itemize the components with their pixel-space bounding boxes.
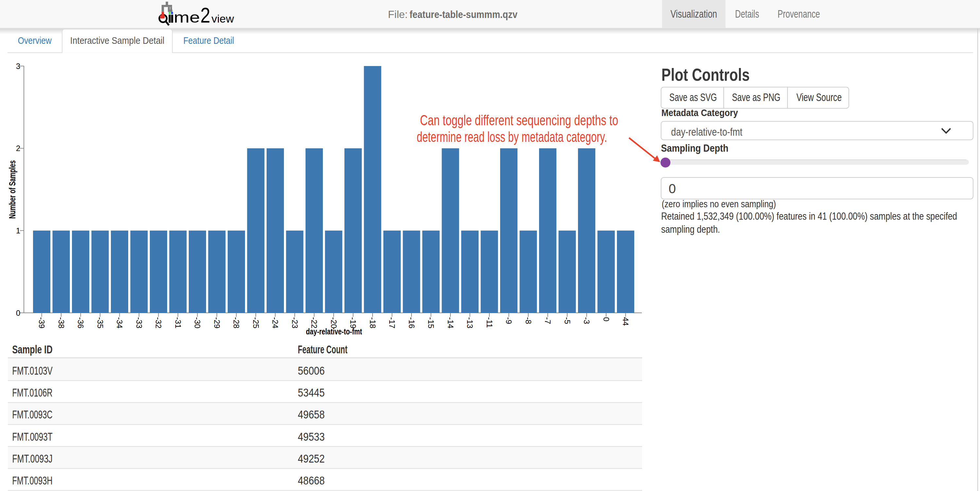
svg-text:-28: -28 (232, 317, 241, 329)
svg-text:FMT.0103V: FMT.0103V (12, 364, 52, 377)
svg-text:44: 44 (621, 317, 630, 326)
svg-text:feature-table-summm.qzv: feature-table-summm.qzv (409, 8, 517, 20)
svg-text:-9: -9 (504, 317, 513, 324)
svg-text:-7: -7 (543, 317, 552, 324)
svg-text:-18: -18 (368, 317, 377, 329)
svg-text:Sampling Depth: Sampling Depth (661, 143, 729, 154)
svg-text:1: 1 (16, 226, 20, 235)
svg-text:56006: 56006 (298, 364, 325, 377)
svg-text:Sample ID: Sample ID (12, 343, 52, 356)
svg-text:View Source: View Source (797, 91, 842, 103)
svg-text:-36: -36 (76, 317, 85, 329)
svg-text:sampling depth.: sampling depth. (661, 224, 720, 235)
svg-text:-38: -38 (57, 317, 66, 329)
svg-text:-17: -17 (388, 317, 396, 329)
svg-text:3: 3 (16, 62, 20, 71)
svg-text:day-relative-to-fmt: day-relative-to-fmt (671, 126, 743, 138)
svg-text:day-relative-to-fmt: day-relative-to-fmt (306, 327, 362, 336)
svg-text:-15: -15 (426, 317, 435, 329)
svg-text:FMT.0106R: FMT.0106R (12, 386, 52, 399)
svg-text:-33: -33 (135, 317, 143, 329)
svg-text:-34: -34 (115, 317, 124, 329)
svg-text:Metadata Category: Metadata Category (662, 107, 738, 118)
svg-text:-24: -24 (271, 317, 280, 329)
svg-text:-11: -11 (485, 317, 494, 328)
svg-text:-8: -8 (524, 317, 533, 324)
svg-text:me: me (174, 8, 200, 26)
svg-text:-13: -13 (466, 317, 474, 329)
svg-text:2: 2 (16, 144, 20, 153)
svg-text:49533: 49533 (298, 431, 325, 443)
svg-text:-23: -23 (291, 317, 299, 329)
svg-text:view: view (212, 13, 234, 25)
svg-text:FMT.0093C: FMT.0093C (12, 408, 52, 421)
svg-text:-5: -5 (563, 317, 572, 324)
svg-text:2: 2 (200, 3, 210, 27)
svg-text:Save as PNG: Save as PNG (732, 91, 781, 103)
svg-text:49252: 49252 (298, 453, 325, 465)
svg-text:-3: -3 (582, 317, 591, 324)
svg-text:File:: File: (388, 8, 407, 20)
svg-text:Can toggle different sequencin: Can toggle different sequencing depths t… (420, 112, 618, 128)
svg-text:FMT.0093H: FMT.0093H (12, 474, 52, 487)
svg-text:-30: -30 (193, 317, 202, 329)
svg-text:Interactive Sample Detail: Interactive Sample Detail (70, 35, 164, 46)
svg-text:determine read loss by metadat: determine read loss by metadata category… (417, 129, 607, 145)
svg-text:-16: -16 (407, 317, 416, 329)
svg-text:-32: -32 (154, 317, 163, 329)
svg-text:53445: 53445 (298, 386, 325, 399)
svg-text:49658: 49658 (298, 408, 325, 421)
svg-text:FMT.0093J: FMT.0093J (12, 453, 52, 465)
svg-text:Plot Controls: Plot Controls (662, 65, 750, 85)
svg-text:Feature Count: Feature Count (298, 343, 348, 356)
svg-text:Save as SVG: Save as SVG (669, 91, 717, 103)
svg-text:Number of Samples: Number of Samples (8, 160, 18, 219)
svg-text:0: 0 (668, 181, 676, 196)
svg-text:-29: -29 (213, 317, 221, 329)
svg-text:-31: -31 (174, 317, 183, 329)
svg-text:Details: Details (735, 8, 759, 20)
svg-text:0: 0 (16, 308, 20, 318)
svg-text:Visualization: Visualization (671, 8, 717, 20)
svg-text:Feature Detail: Feature Detail (183, 35, 234, 46)
svg-text:-39: -39 (37, 317, 46, 329)
svg-text:48668: 48668 (298, 474, 325, 487)
svg-text:-14: -14 (446, 317, 455, 329)
svg-text:FMT.0093T: FMT.0093T (12, 431, 52, 443)
svg-text:Retained 1,532,349 (100.00%) f: Retained 1,532,349 (100.00%) features in… (661, 211, 957, 222)
svg-text:-35: -35 (96, 317, 105, 329)
svg-text:(zero implies no even sampling: (zero implies no even sampling) (662, 199, 776, 209)
svg-text:Provenance: Provenance (778, 8, 820, 20)
svg-text:Overview: Overview (18, 35, 52, 46)
svg-text:-25: -25 (251, 317, 260, 329)
svg-text:0: 0 (602, 317, 611, 321)
